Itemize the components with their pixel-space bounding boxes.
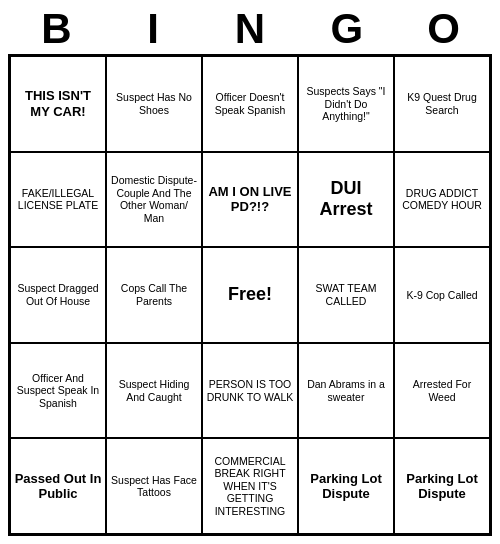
cell-0-4: K9 Quest Drug Search (394, 56, 490, 152)
cell-0-3: Suspects Says "I Didn't Do Anything!" (298, 56, 394, 152)
cell-1-0: FAKE/ILLEGAL LICENSE PLATE (10, 152, 106, 248)
cell-3-1: Suspect Hiding And Caught (106, 343, 202, 439)
bingo-title-row: B I N G O (8, 8, 492, 50)
cell-1-4: DRUG ADDICT COMEDY HOUR (394, 152, 490, 248)
cell-2-1: Cops Call The Parents (106, 247, 202, 343)
letter-b: B (8, 8, 105, 50)
letter-n: N (202, 8, 299, 50)
cell-4-1: Suspect Has Face Tattoos (106, 438, 202, 534)
cell-free: Free! (202, 247, 298, 343)
bingo-grid: THIS ISN'T MY CAR! Suspect Has No Shoes … (8, 54, 492, 536)
cell-4-3: Parking Lot Dispute (298, 438, 394, 534)
cell-3-3: Dan Abrams in a sweater (298, 343, 394, 439)
letter-g: G (298, 8, 395, 50)
letter-o: O (395, 8, 492, 50)
cell-4-2: COMMERCIAL BREAK RIGHT WHEN IT'S GETTING… (202, 438, 298, 534)
cell-3-0: Officer And Suspect Speak In Spanish (10, 343, 106, 439)
cell-1-2: AM I ON LIVE PD?!? (202, 152, 298, 248)
cell-3-4: Arrested For Weed (394, 343, 490, 439)
cell-1-1: Domestic Dispute- Couple And The Other W… (106, 152, 202, 248)
cell-3-2: PERSON IS TOO DRUNK TO WALK (202, 343, 298, 439)
cell-4-4: Parking Lot Dispute (394, 438, 490, 534)
cell-4-0: Passed Out In Public (10, 438, 106, 534)
cell-2-0: Suspect Dragged Out Of House (10, 247, 106, 343)
cell-0-2: Officer Doesn't Speak Spanish (202, 56, 298, 152)
cell-0-0: THIS ISN'T MY CAR! (10, 56, 106, 152)
cell-0-1: Suspect Has No Shoes (106, 56, 202, 152)
cell-2-3: SWAT TEAM CALLED (298, 247, 394, 343)
letter-i: I (105, 8, 202, 50)
cell-1-3: DUI Arrest (298, 152, 394, 248)
cell-2-4: K-9 Cop Called (394, 247, 490, 343)
